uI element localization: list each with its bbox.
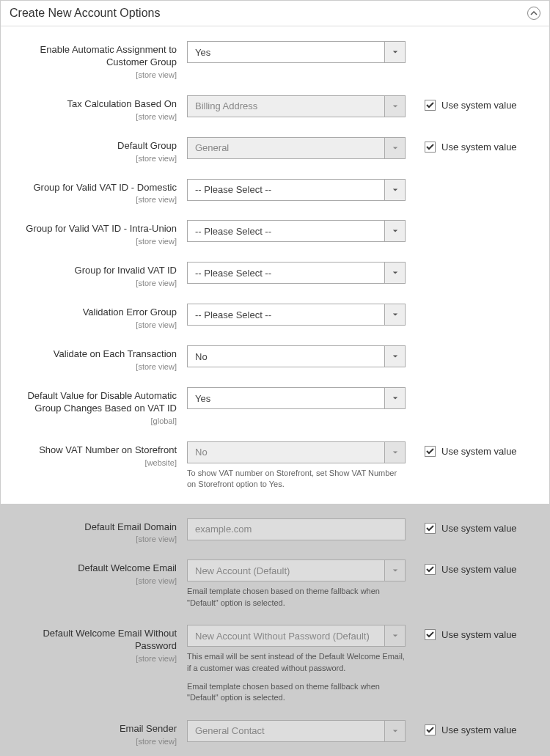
label-default-group: Default Group bbox=[10, 140, 177, 153]
chevron-down-icon bbox=[384, 138, 405, 158]
label-welcome-email: Default Welcome Email bbox=[10, 562, 177, 575]
use-system-label: Use system value bbox=[441, 523, 517, 534]
select-invalid-vat[interactable]: -- Please Select -- bbox=[187, 262, 406, 284]
row-tax-calc: Tax Calculation Based On [store view] Bi… bbox=[10, 95, 540, 121]
scope: [store view] bbox=[10, 737, 177, 746]
row-validation-error: Validation Error Group [store view] -- P… bbox=[10, 304, 540, 329]
checkbox-use-system[interactable] bbox=[425, 142, 436, 153]
chevron-down-icon bbox=[384, 721, 405, 741]
label-email-domain: Default Email Domain bbox=[10, 521, 177, 534]
scope: [store view] bbox=[10, 70, 177, 79]
scope: [store view] bbox=[10, 195, 177, 204]
section-header: Create New Account Options bbox=[1, 1, 549, 26]
label-disable-auto-vat: Default Value for Disable Automatic Grou… bbox=[10, 390, 177, 415]
select-welcome-no-pw: New Account Without Password (Default) bbox=[187, 625, 406, 647]
row-default-group: Default Group [store view] General Use s… bbox=[10, 137, 540, 163]
select-show-vat: No bbox=[187, 441, 406, 463]
scope: [global] bbox=[10, 416, 177, 425]
checkbox-use-system[interactable] bbox=[425, 629, 436, 640]
comment-welcome-no-pw-2: Email template chosen based on theme fal… bbox=[187, 681, 406, 704]
row-valid-vat-intra: Group for Valid VAT ID - Intra-Union [st… bbox=[10, 220, 540, 246]
label-show-vat: Show VAT Number on Storefront bbox=[10, 444, 177, 457]
section-body-2: Default Email Domain [store view] exampl… bbox=[1, 504, 549, 756]
chevron-down-icon bbox=[384, 263, 405, 283]
select-default-group: General bbox=[187, 137, 406, 159]
label-validate-each: Validate on Each Transaction bbox=[10, 348, 177, 361]
scope: [website] bbox=[10, 458, 177, 467]
select-welcome-email: New Account (Default) bbox=[187, 559, 406, 581]
use-system-label: Use system value bbox=[441, 446, 517, 457]
checkbox-use-system[interactable] bbox=[425, 724, 436, 735]
row-email-sender: Email Sender [store view] General Contac… bbox=[10, 720, 540, 746]
chevron-down-icon bbox=[384, 42, 405, 62]
select-valid-vat-intra[interactable]: -- Please Select -- bbox=[187, 220, 406, 242]
checkbox-use-system[interactable] bbox=[425, 446, 436, 457]
row-validate-each: Validate on Each Transaction [store view… bbox=[10, 345, 540, 371]
select-auto-assign[interactable]: Yes bbox=[187, 41, 406, 63]
scope: [store view] bbox=[10, 112, 177, 121]
select-validation-error[interactable]: -- Please Select -- bbox=[187, 304, 406, 326]
row-valid-vat-domestic: Group for Valid VAT ID - Domestic [store… bbox=[10, 179, 540, 205]
row-disable-auto-vat: Default Value for Disable Automatic Grou… bbox=[10, 387, 540, 425]
scope: [store view] bbox=[10, 535, 177, 543]
use-system-label: Use system value bbox=[441, 564, 517, 575]
use-system-label: Use system value bbox=[441, 724, 517, 735]
chevron-down-icon bbox=[384, 96, 405, 117]
select-valid-vat-domestic[interactable]: -- Please Select -- bbox=[187, 179, 406, 201]
label-email-sender: Email Sender bbox=[10, 723, 177, 735]
use-system-label: Use system value bbox=[441, 142, 517, 153]
label-valid-vat-domestic: Group for Valid VAT ID - Domestic bbox=[10, 182, 177, 194]
comment-welcome-email: Email template chosen based on theme fal… bbox=[187, 586, 406, 609]
chevron-down-icon bbox=[384, 442, 405, 463]
row-show-vat: Show VAT Number on Storefront [website] … bbox=[10, 441, 540, 491]
checkbox-use-system[interactable] bbox=[425, 564, 436, 575]
label-valid-vat-intra: Group for Valid VAT ID - Intra-Union bbox=[10, 223, 177, 235]
scope: [store view] bbox=[10, 362, 177, 371]
section-create-new-account-options: Create New Account Options Enable Automa… bbox=[0, 0, 550, 756]
row-invalid-vat: Group for Invalid VAT ID [store view] --… bbox=[10, 262, 540, 287]
checkbox-use-system[interactable] bbox=[425, 100, 436, 111]
select-email-sender: General Contact bbox=[187, 720, 406, 742]
row-welcome-no-pw: Default Welcome Email Without Password [… bbox=[10, 625, 540, 704]
scope: [store view] bbox=[10, 154, 177, 163]
chevron-down-icon bbox=[384, 560, 405, 581]
select-validate-each[interactable]: No bbox=[187, 345, 406, 367]
label-invalid-vat: Group for Invalid VAT ID bbox=[10, 265, 177, 277]
collapse-icon[interactable] bbox=[527, 7, 540, 20]
chevron-down-icon bbox=[384, 304, 405, 325]
scope: [store view] bbox=[10, 320, 177, 329]
chevron-down-icon bbox=[384, 180, 405, 200]
label-welcome-no-pw: Default Welcome Email Without Password bbox=[10, 628, 177, 653]
scope: [store view] bbox=[10, 279, 177, 287]
section-title: Create New Account Options bbox=[10, 7, 160, 20]
label-tax-calc: Tax Calculation Based On bbox=[10, 98, 177, 111]
checkbox-use-system[interactable] bbox=[425, 523, 436, 534]
select-disable-auto-vat[interactable]: Yes bbox=[187, 387, 406, 409]
scope: [store view] bbox=[10, 654, 177, 663]
comment-welcome-no-pw-1: This email will be sent instead of the D… bbox=[187, 651, 406, 674]
comment-show-vat: To show VAT number on Storefront, set Sh… bbox=[187, 468, 406, 491]
chevron-down-icon bbox=[384, 346, 405, 367]
section-body-1: Enable Automatic Assignment to Customer … bbox=[1, 26, 549, 504]
scope: [store view] bbox=[10, 237, 177, 246]
chevron-down-icon bbox=[384, 625, 405, 646]
label-validation-error: Validation Error Group bbox=[10, 307, 177, 319]
row-welcome-email: Default Welcome Email [store view] New A… bbox=[10, 559, 540, 609]
row-email-domain: Default Email Domain [store view] exampl… bbox=[10, 518, 540, 544]
chevron-down-icon bbox=[384, 221, 405, 241]
use-system-label: Use system value bbox=[441, 100, 517, 111]
select-tax-calc: Billing Address bbox=[187, 95, 406, 117]
chevron-down-icon bbox=[384, 388, 405, 408]
use-system-label: Use system value bbox=[441, 629, 517, 640]
row-auto-assign: Enable Automatic Assignment to Customer … bbox=[10, 41, 540, 79]
scope: [store view] bbox=[10, 576, 177, 585]
input-email-domain: example.com bbox=[187, 518, 406, 540]
label-auto-assign: Enable Automatic Assignment to Customer … bbox=[10, 44, 177, 69]
